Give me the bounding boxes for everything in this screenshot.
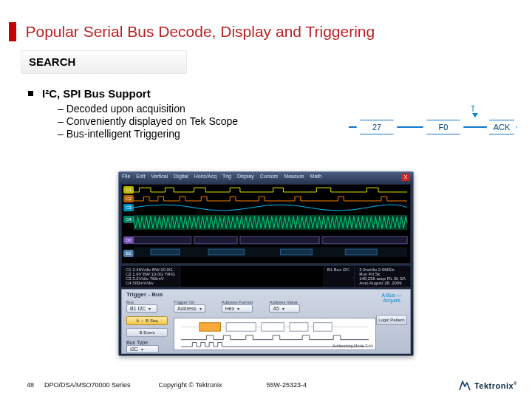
search-banner: SEARCH	[21, 50, 187, 74]
menu-item[interactable]: File	[122, 174, 130, 181]
bullet-square-icon	[28, 91, 33, 96]
panel-left-buttons: A → B Seq B Event Bus Type I2C	[126, 316, 168, 353]
digital-trace	[122, 235, 410, 245]
menu-item[interactable]: Horiz/Acq	[194, 174, 216, 181]
menu-item[interactable]: Trig	[222, 174, 231, 181]
waveform-trace	[122, 204, 410, 211]
bus-readout: B1 Bus I2C	[323, 266, 355, 287]
svg-rect-13	[314, 323, 332, 331]
svg-rect-5	[151, 249, 180, 255]
trigger-on-dropdown[interactable]: Address	[174, 304, 205, 313]
slide-title-bar: Popular Serial Bus Decode, Display and T…	[0, 22, 532, 41]
addr-format-dropdown[interactable]: Hex	[222, 304, 253, 313]
scope-window: File Edit Vertical Digital Horiz/Acq Tri…	[118, 171, 414, 356]
panel-title: Trigger - Bus	[126, 291, 163, 298]
panel-right: A Bus — Acquire Logic Pattern	[376, 293, 407, 325]
menu-item[interactable]: Measure	[284, 174, 304, 181]
bus-caption: Addressing Mode 7-bit	[332, 344, 373, 348]
readout-bar: C1 2.46V/div BW:10.0G C2 1.9V BW:10.0G T…	[121, 265, 411, 287]
scope-menubar: File Edit Vertical Digital Horiz/Acq Tri…	[119, 172, 413, 183]
addr-value-field[interactable]: A5	[269, 304, 300, 313]
slide-title: Popular Serial Bus Decode, Display and T…	[25, 23, 375, 40]
section-heading: I²C, SPI Bus Support	[42, 87, 151, 100]
field-trigger-on: Trigger On Address	[174, 300, 205, 313]
waveform-area: C1 C2 C3 C4 D0 B1	[121, 184, 411, 264]
timebase-readout: 2.0ns/div 2.0MS/s Run Prl 5k 140,256 acq…	[355, 266, 411, 287]
brand-logo: Tektronix®	[458, 380, 517, 392]
bus-decode-trace	[122, 247, 410, 257]
menu-item[interactable]: Display	[237, 174, 254, 181]
menu-item[interactable]: Digital	[174, 174, 188, 181]
abus-label: A Bus — Acquire	[376, 293, 407, 303]
trigger-marker-arrow-icon	[472, 113, 478, 117]
bus-type-dropdown[interactable]: I2C	[126, 345, 159, 353]
field-addr-value: Address Value A5	[269, 300, 300, 313]
packet-hex: F0	[423, 120, 464, 134]
b-event-button[interactable]: B Event	[126, 328, 168, 337]
svg-rect-2	[240, 236, 319, 244]
waveform-trace	[122, 186, 410, 194]
close-icon[interactable]: X	[401, 174, 410, 181]
packet-hex: 27	[356, 120, 398, 134]
menu-item[interactable]: Edit	[136, 174, 145, 181]
accent-bar	[9, 22, 16, 41]
footer: 48 DPO/DSA/MSO70000 Series Copyright © T…	[27, 381, 517, 389]
search-label: SEARCH	[29, 55, 75, 68]
svg-rect-9	[200, 323, 221, 331]
menu-item[interactable]: Math	[310, 174, 322, 181]
bus-packet-diagram: T 27 F0 ACK	[349, 117, 519, 149]
a-b-seq-button[interactable]: A → B Seq	[126, 316, 168, 325]
trigger-marker-label: T	[471, 105, 475, 113]
svg-rect-8	[345, 249, 377, 255]
field-addr-format: Address Format Hex	[222, 300, 253, 313]
sub-bullet: – Decoded upon acquisition	[58, 103, 532, 115]
page-number: 48	[27, 381, 34, 389]
doc-number: 55W-25323-4	[267, 381, 307, 389]
svg-rect-12	[290, 323, 308, 331]
channel-readout: C1 2.46V/div BW:10.0G C2 1.9V BW:10.0G T…	[121, 266, 180, 287]
tektronix-mark-icon	[458, 380, 471, 392]
menu-item[interactable]: Cursors	[260, 174, 279, 181]
waveform-trace	[122, 195, 410, 202]
svg-rect-10	[226, 323, 256, 331]
brand-text: Tektronix®	[474, 381, 517, 390]
waveform-trace	[122, 213, 410, 232]
trigger-panel: Trigger - Bus Bus B1 I2C Trigger On Addr…	[121, 289, 411, 354]
bus-timing-diagram: Addressing Mode 7-bit	[174, 318, 376, 350]
copyright: Copyright © Tektronix	[159, 381, 222, 389]
bus-dropdown[interactable]: B1 I2C	[126, 304, 157, 313]
svg-rect-1	[194, 236, 238, 244]
logic-pattern-button[interactable]: Logic Pattern	[376, 315, 407, 325]
menu-item[interactable]: Vertical	[151, 174, 168, 181]
packet-ack: ACK	[486, 120, 517, 134]
field-bus: Bus B1 I2C	[126, 300, 157, 313]
series-label: DPO/DSA/MSO70000 Series	[44, 381, 131, 389]
svg-rect-3	[322, 236, 407, 244]
svg-rect-6	[208, 249, 245, 255]
svg-rect-7	[281, 249, 313, 255]
svg-rect-0	[134, 236, 191, 244]
svg-rect-11	[262, 323, 284, 331]
